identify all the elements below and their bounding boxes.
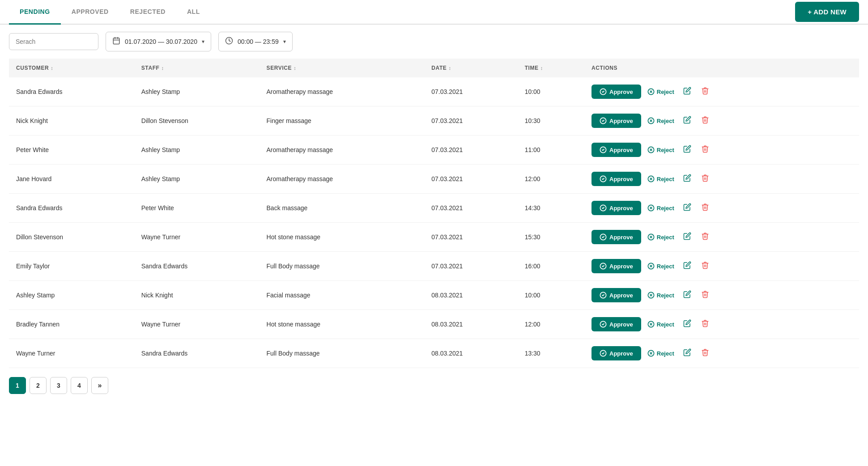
cell-actions: Approve Reject — [584, 223, 859, 252]
cell-service: Facial massage — [260, 281, 425, 310]
cell-customer: Emily Taylor — [9, 252, 134, 281]
tab-pending[interactable]: PENDING — [9, 0, 61, 25]
date-sort-icon: ↕ — [448, 65, 451, 71]
delete-button[interactable] — [698, 201, 712, 215]
reject-button[interactable]: Reject — [646, 172, 676, 186]
svg-rect-0 — [113, 38, 119, 44]
edit-button[interactable] — [681, 201, 694, 215]
staff-sort-icon: ↕ — [162, 65, 164, 71]
approve-button[interactable]: Approve — [591, 259, 641, 273]
time-filter-value: 00:00 — 23:59 — [238, 38, 279, 45]
table-row: Sandra Edwards Ashley Stamp Aromatherapy… — [9, 77, 859, 106]
reject-button[interactable]: Reject — [646, 259, 676, 273]
approve-button[interactable]: Approve — [591, 85, 641, 99]
delete-button[interactable] — [698, 288, 712, 302]
approve-button[interactable]: Approve — [591, 172, 641, 186]
reject-button[interactable]: Reject — [646, 230, 676, 244]
delete-button[interactable] — [698, 85, 712, 99]
cell-customer: Peter White — [9, 136, 134, 165]
tabs-bar: PENDING APPROVED REJECTED ALL + ADD NEW — [0, 0, 868, 25]
cell-service: Finger massage — [260, 106, 425, 136]
edit-button[interactable] — [681, 318, 694, 331]
delete-button[interactable] — [698, 259, 712, 273]
page-4-button[interactable]: 4 — [71, 377, 88, 394]
reject-button[interactable]: Reject — [646, 346, 676, 360]
edit-button[interactable] — [681, 143, 694, 157]
delete-button[interactable] — [698, 318, 712, 331]
edit-button[interactable] — [681, 172, 694, 186]
delete-button[interactable] — [698, 347, 712, 360]
approve-button[interactable]: Approve — [591, 201, 641, 215]
edit-button[interactable] — [681, 230, 694, 244]
approve-button[interactable]: Approve — [591, 114, 641, 128]
edit-button[interactable] — [681, 259, 694, 273]
next-page-button[interactable]: » — [91, 377, 108, 394]
delete-button[interactable] — [698, 172, 712, 186]
col-date[interactable]: DATE↕ — [424, 59, 517, 77]
cell-service: Full Body massage — [260, 339, 425, 368]
tab-approved[interactable]: APPROVED — [61, 0, 119, 25]
cell-date: 08.03.2021 — [424, 310, 517, 339]
cell-actions: Approve Reject — [584, 310, 859, 339]
cell-date: 07.03.2021 — [424, 252, 517, 281]
cell-time: 11:00 — [518, 136, 584, 165]
table-row: Peter White Ashley Stamp Aromatherapy ma… — [9, 136, 859, 165]
col-service[interactable]: SERVICE↕ — [260, 59, 425, 77]
cell-time: 12:00 — [518, 310, 584, 339]
approve-button[interactable]: Approve — [591, 288, 641, 302]
pagination: 1 2 3 4 » — [0, 368, 868, 403]
edit-button[interactable] — [681, 347, 694, 360]
approve-button[interactable]: Approve — [591, 143, 641, 157]
date-filter-value: 01.07.2020 — 30.07.2020 — [125, 38, 197, 45]
clock-icon — [225, 37, 233, 47]
cell-time: 16:00 — [518, 252, 584, 281]
service-sort-icon: ↕ — [294, 65, 296, 71]
calendar-icon — [112, 37, 120, 47]
delete-button[interactable] — [698, 230, 712, 244]
search-input[interactable] — [9, 33, 98, 50]
reject-button[interactable]: Reject — [646, 85, 676, 99]
edit-button[interactable] — [681, 288, 694, 302]
cell-staff: Sandra Edwards — [134, 339, 260, 368]
cell-customer: Dillon Stevenson — [9, 223, 134, 252]
cell-date: 08.03.2021 — [424, 339, 517, 368]
cell-time: 12:00 — [518, 165, 584, 194]
col-staff[interactable]: STAFF↕ — [134, 59, 260, 77]
page-3-button[interactable]: 3 — [50, 377, 67, 394]
cell-customer: Jane Hovard — [9, 165, 134, 194]
cell-time: 15:30 — [518, 223, 584, 252]
table-row: Wayne Turner Sandra Edwards Full Body ma… — [9, 339, 859, 368]
tab-all[interactable]: ALL — [176, 0, 211, 25]
col-customer[interactable]: CUSTOMER↕ — [9, 59, 134, 77]
delete-button[interactable] — [698, 143, 712, 157]
cell-service: Full Body massage — [260, 252, 425, 281]
delete-button[interactable] — [698, 114, 712, 128]
col-time[interactable]: TIME↕ — [518, 59, 584, 77]
table-header: CUSTOMER↕ STAFF↕ SERVICE↕ DATE↕ TIME↕ AC… — [9, 59, 859, 77]
cell-time: 10:00 — [518, 281, 584, 310]
tab-rejected[interactable]: REJECTED — [119, 0, 176, 25]
approve-button[interactable]: Approve — [591, 317, 641, 331]
edit-button[interactable] — [681, 114, 694, 128]
bookings-table: CUSTOMER↕ STAFF↕ SERVICE↕ DATE↕ TIME↕ AC… — [9, 59, 859, 368]
table-row: Nick Knight Dillon Stevenson Finger mass… — [9, 106, 859, 136]
reject-button[interactable]: Reject — [646, 317, 676, 331]
page-2-button[interactable]: 2 — [30, 377, 47, 394]
cell-customer: Sandra Edwards — [9, 194, 134, 223]
reject-button[interactable]: Reject — [646, 288, 676, 302]
reject-button[interactable]: Reject — [646, 114, 676, 128]
approve-button[interactable]: Approve — [591, 346, 641, 360]
reject-button[interactable]: Reject — [646, 201, 676, 215]
approve-button[interactable]: Approve — [591, 230, 641, 244]
table-row: Sandra Edwards Peter White Back massage … — [9, 194, 859, 223]
cell-date: 07.03.2021 — [424, 165, 517, 194]
table-row: Jane Hovard Ashley Stamp Aromatherapy ma… — [9, 165, 859, 194]
add-new-button[interactable]: + ADD NEW — [795, 2, 859, 22]
time-filter-dropdown[interactable]: 00:00 — 23:59 ▾ — [218, 32, 293, 51]
cell-date: 07.03.2021 — [424, 223, 517, 252]
date-filter-dropdown[interactable]: 01.07.2020 — 30.07.2020 ▾ — [106, 32, 211, 51]
edit-button[interactable] — [681, 85, 694, 99]
cell-customer: Nick Knight — [9, 106, 134, 136]
reject-button[interactable]: Reject — [646, 143, 676, 157]
page-1-button[interactable]: 1 — [9, 377, 26, 394]
